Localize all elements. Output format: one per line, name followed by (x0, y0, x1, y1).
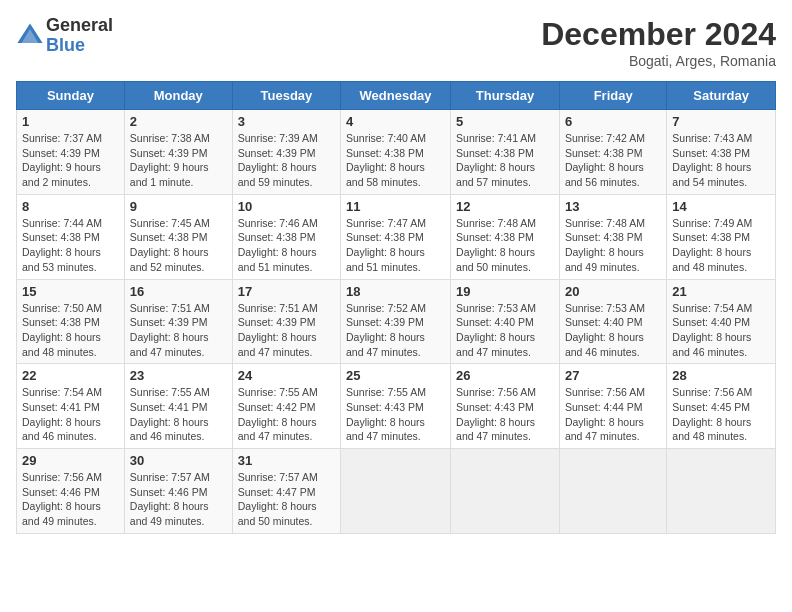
day-number: 12 (456, 199, 554, 214)
day-number: 6 (565, 114, 661, 129)
day-info: Sunrise: 7:54 AMSunset: 4:40 PMDaylight:… (672, 301, 770, 360)
day-info: Sunrise: 7:56 AMSunset: 4:44 PMDaylight:… (565, 385, 661, 444)
calendar-week-row: 22Sunrise: 7:54 AMSunset: 4:41 PMDayligh… (17, 364, 776, 449)
page-header: General Blue December 2024 Bogati, Arges… (16, 16, 776, 69)
table-row: 27Sunrise: 7:56 AMSunset: 4:44 PMDayligh… (559, 364, 666, 449)
day-info: Sunrise: 7:53 AMSunset: 4:40 PMDaylight:… (456, 301, 554, 360)
table-row: 22Sunrise: 7:54 AMSunset: 4:41 PMDayligh… (17, 364, 125, 449)
table-row: 11Sunrise: 7:47 AMSunset: 4:38 PMDayligh… (341, 194, 451, 279)
day-info: Sunrise: 7:49 AMSunset: 4:38 PMDaylight:… (672, 216, 770, 275)
day-number: 14 (672, 199, 770, 214)
table-row: 5Sunrise: 7:41 AMSunset: 4:38 PMDaylight… (451, 110, 560, 195)
day-info: Sunrise: 7:47 AMSunset: 4:38 PMDaylight:… (346, 216, 445, 275)
day-info: Sunrise: 7:50 AMSunset: 4:38 PMDaylight:… (22, 301, 119, 360)
day-number: 1 (22, 114, 119, 129)
table-row: 2Sunrise: 7:38 AMSunset: 4:39 PMDaylight… (124, 110, 232, 195)
day-info: Sunrise: 7:40 AMSunset: 4:38 PMDaylight:… (346, 131, 445, 190)
calendar-header-row: Sunday Monday Tuesday Wednesday Thursday… (17, 82, 776, 110)
day-info: Sunrise: 7:44 AMSunset: 4:38 PMDaylight:… (22, 216, 119, 275)
table-row: 18Sunrise: 7:52 AMSunset: 4:39 PMDayligh… (341, 279, 451, 364)
logo-blue-text: Blue (46, 36, 113, 56)
day-number: 13 (565, 199, 661, 214)
day-number: 27 (565, 368, 661, 383)
day-info: Sunrise: 7:41 AMSunset: 4:38 PMDaylight:… (456, 131, 554, 190)
day-info: Sunrise: 7:54 AMSunset: 4:41 PMDaylight:… (22, 385, 119, 444)
calendar-week-row: 15Sunrise: 7:50 AMSunset: 4:38 PMDayligh… (17, 279, 776, 364)
calendar-week-row: 8Sunrise: 7:44 AMSunset: 4:38 PMDaylight… (17, 194, 776, 279)
day-info: Sunrise: 7:51 AMSunset: 4:39 PMDaylight:… (238, 301, 335, 360)
day-number: 29 (22, 453, 119, 468)
day-number: 30 (130, 453, 227, 468)
table-row: 21Sunrise: 7:54 AMSunset: 4:40 PMDayligh… (667, 279, 776, 364)
day-number: 9 (130, 199, 227, 214)
table-row: 7Sunrise: 7:43 AMSunset: 4:38 PMDaylight… (667, 110, 776, 195)
day-number: 8 (22, 199, 119, 214)
col-tuesday: Tuesday (232, 82, 340, 110)
logo: General Blue (16, 16, 113, 56)
day-info: Sunrise: 7:51 AMSunset: 4:39 PMDaylight:… (130, 301, 227, 360)
col-monday: Monday (124, 82, 232, 110)
day-info: Sunrise: 7:38 AMSunset: 4:39 PMDaylight:… (130, 131, 227, 190)
table-row: 14Sunrise: 7:49 AMSunset: 4:38 PMDayligh… (667, 194, 776, 279)
day-info: Sunrise: 7:56 AMSunset: 4:43 PMDaylight:… (456, 385, 554, 444)
location-subtitle: Bogati, Arges, Romania (541, 53, 776, 69)
day-info: Sunrise: 7:55 AMSunset: 4:41 PMDaylight:… (130, 385, 227, 444)
day-number: 5 (456, 114, 554, 129)
day-info: Sunrise: 7:46 AMSunset: 4:38 PMDaylight:… (238, 216, 335, 275)
day-info: Sunrise: 7:52 AMSunset: 4:39 PMDaylight:… (346, 301, 445, 360)
day-info: Sunrise: 7:45 AMSunset: 4:38 PMDaylight:… (130, 216, 227, 275)
table-row: 9Sunrise: 7:45 AMSunset: 4:38 PMDaylight… (124, 194, 232, 279)
table-row (451, 449, 560, 534)
day-info: Sunrise: 7:55 AMSunset: 4:43 PMDaylight:… (346, 385, 445, 444)
calendar-week-row: 1Sunrise: 7:37 AMSunset: 4:39 PMDaylight… (17, 110, 776, 195)
day-number: 17 (238, 284, 335, 299)
table-row: 28Sunrise: 7:56 AMSunset: 4:45 PMDayligh… (667, 364, 776, 449)
day-number: 7 (672, 114, 770, 129)
col-thursday: Thursday (451, 82, 560, 110)
day-info: Sunrise: 7:57 AMSunset: 4:46 PMDaylight:… (130, 470, 227, 529)
table-row: 13Sunrise: 7:48 AMSunset: 4:38 PMDayligh… (559, 194, 666, 279)
day-info: Sunrise: 7:39 AMSunset: 4:39 PMDaylight:… (238, 131, 335, 190)
day-number: 3 (238, 114, 335, 129)
day-number: 4 (346, 114, 445, 129)
day-number: 21 (672, 284, 770, 299)
table-row: 4Sunrise: 7:40 AMSunset: 4:38 PMDaylight… (341, 110, 451, 195)
table-row (667, 449, 776, 534)
table-row (559, 449, 666, 534)
col-wednesday: Wednesday (341, 82, 451, 110)
table-row: 29Sunrise: 7:56 AMSunset: 4:46 PMDayligh… (17, 449, 125, 534)
table-row: 23Sunrise: 7:55 AMSunset: 4:41 PMDayligh… (124, 364, 232, 449)
table-row: 1Sunrise: 7:37 AMSunset: 4:39 PMDaylight… (17, 110, 125, 195)
day-info: Sunrise: 7:53 AMSunset: 4:40 PMDaylight:… (565, 301, 661, 360)
day-number: 20 (565, 284, 661, 299)
day-info: Sunrise: 7:56 AMSunset: 4:46 PMDaylight:… (22, 470, 119, 529)
day-number: 23 (130, 368, 227, 383)
table-row: 6Sunrise: 7:42 AMSunset: 4:38 PMDaylight… (559, 110, 666, 195)
calendar-week-row: 29Sunrise: 7:56 AMSunset: 4:46 PMDayligh… (17, 449, 776, 534)
day-number: 16 (130, 284, 227, 299)
col-friday: Friday (559, 82, 666, 110)
day-number: 22 (22, 368, 119, 383)
day-number: 15 (22, 284, 119, 299)
day-info: Sunrise: 7:55 AMSunset: 4:42 PMDaylight:… (238, 385, 335, 444)
table-row: 17Sunrise: 7:51 AMSunset: 4:39 PMDayligh… (232, 279, 340, 364)
table-row: 24Sunrise: 7:55 AMSunset: 4:42 PMDayligh… (232, 364, 340, 449)
day-number: 25 (346, 368, 445, 383)
table-row: 19Sunrise: 7:53 AMSunset: 4:40 PMDayligh… (451, 279, 560, 364)
day-number: 18 (346, 284, 445, 299)
table-row: 25Sunrise: 7:55 AMSunset: 4:43 PMDayligh… (341, 364, 451, 449)
day-number: 19 (456, 284, 554, 299)
day-info: Sunrise: 7:56 AMSunset: 4:45 PMDaylight:… (672, 385, 770, 444)
day-info: Sunrise: 7:43 AMSunset: 4:38 PMDaylight:… (672, 131, 770, 190)
table-row: 26Sunrise: 7:56 AMSunset: 4:43 PMDayligh… (451, 364, 560, 449)
logo-icon (16, 22, 44, 50)
day-number: 26 (456, 368, 554, 383)
day-number: 28 (672, 368, 770, 383)
table-row: 15Sunrise: 7:50 AMSunset: 4:38 PMDayligh… (17, 279, 125, 364)
day-number: 10 (238, 199, 335, 214)
table-row: 16Sunrise: 7:51 AMSunset: 4:39 PMDayligh… (124, 279, 232, 364)
day-info: Sunrise: 7:48 AMSunset: 4:38 PMDaylight:… (565, 216, 661, 275)
day-info: Sunrise: 7:48 AMSunset: 4:38 PMDaylight:… (456, 216, 554, 275)
table-row (341, 449, 451, 534)
table-row: 31Sunrise: 7:57 AMSunset: 4:47 PMDayligh… (232, 449, 340, 534)
